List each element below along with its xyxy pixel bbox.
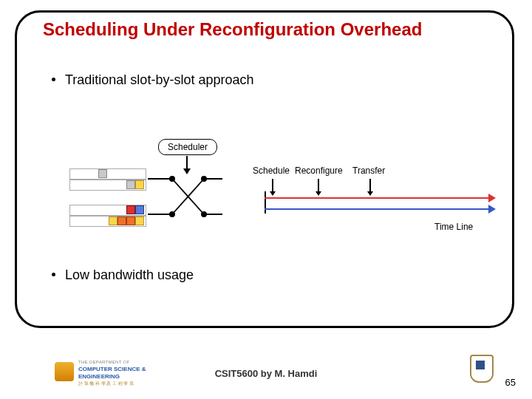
timeline-label-reconfigure: Reconfigure <box>295 166 343 176</box>
bullet-dot-icon <box>52 273 55 276</box>
down-arrow-icon <box>367 191 373 196</box>
packet-cell-icon <box>117 216 126 225</box>
dept-cn: 計 算 機 科 學 及 工 程 學 系 <box>78 381 134 387</box>
packet-cell-icon <box>135 180 144 189</box>
footer-course: CSIT5600 by M. Hamdi <box>0 368 532 379</box>
switch-wire <box>148 178 170 180</box>
arrow-right-icon <box>488 194 496 202</box>
timeline-tick <box>265 191 266 214</box>
down-arrow-icon <box>183 168 191 174</box>
bullet-dot-icon <box>52 78 55 81</box>
university-logo <box>470 355 494 386</box>
label-arrow-line <box>318 179 319 192</box>
timeline-label-transfer: Transfer <box>352 166 385 176</box>
timeline-bar-red <box>265 197 489 199</box>
packet-cell-icon <box>126 180 135 189</box>
packet-cell-icon <box>98 169 107 178</box>
down-arrow-icon <box>316 191 321 196</box>
bullet-text: Low bandwidth usage <box>65 267 194 282</box>
shield-icon <box>470 355 494 383</box>
scheduler-arrow-line <box>186 156 188 169</box>
switch-wire <box>206 178 222 180</box>
label-arrow-line <box>369 179 371 192</box>
down-arrow-icon <box>270 191 276 196</box>
crossbar-icon <box>169 176 207 217</box>
switch-wire <box>206 214 222 215</box>
bullet-text: Traditional slot-by-slot approach <box>65 72 253 87</box>
timeline-axis <box>265 208 489 210</box>
scheduler-box: Scheduler <box>158 139 217 155</box>
timeline-axis-label: Time Line <box>434 222 473 232</box>
slide-title: Scheduling Under Reconfiguration Overhea… <box>43 19 422 40</box>
timeline-label-schedule: Schedule <box>253 166 290 176</box>
packet-cell-icon <box>135 205 144 214</box>
packet-cell-icon <box>126 205 135 214</box>
dept-line1: THE DEPARTMENT OF <box>78 360 129 364</box>
bullet-low-bandwidth: Low bandwidth usage <box>65 267 194 283</box>
packet-cell-icon <box>135 216 144 225</box>
bullet-traditional: Traditional slot-by-slot approach <box>65 72 253 88</box>
packet-cell-icon <box>126 216 135 225</box>
arrow-right-icon <box>488 205 496 214</box>
voq-row <box>69 180 146 191</box>
shield-inner-icon <box>476 361 485 369</box>
page-number: 65 <box>505 377 516 388</box>
voq-row <box>69 168 146 180</box>
packet-cell-icon <box>109 216 117 225</box>
switch-wire <box>148 214 170 215</box>
voq-row <box>69 205 146 216</box>
voq-row <box>69 216 146 227</box>
label-arrow-line <box>272 179 273 192</box>
